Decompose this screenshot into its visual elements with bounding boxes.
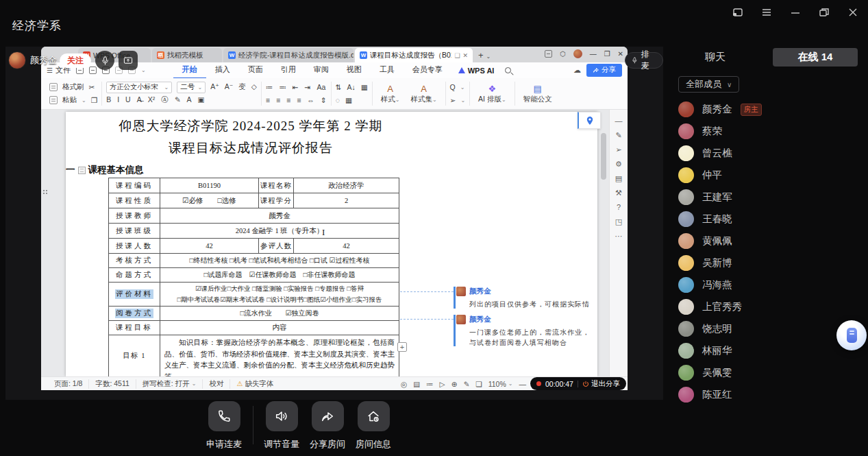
exit-share-button[interactable]: 退出分享	[582, 379, 620, 389]
number-list-icon[interactable]: ≕	[279, 83, 286, 91]
document-page[interactable]: 仰恩大学经济学院 2024-2025 学年第 2 学期 课程目标达成情况评价报告…	[66, 112, 597, 376]
tab-comment-icon[interactable]: ❑	[454, 52, 460, 59]
adjust-settings-icon[interactable]: ⚙	[615, 160, 622, 168]
distribute-icon[interactable]: ⇔	[307, 96, 314, 104]
help-icon[interactable]: ?	[617, 203, 621, 211]
member-row[interactable]: 吴佩雯	[678, 365, 762, 381]
menu-page[interactable]: 页面	[239, 62, 272, 79]
wps-restore-icon[interactable]: ❐	[604, 50, 610, 58]
member-row[interactable]: 上官秀秀	[678, 299, 762, 315]
queue-mic-button[interactable]: 排麦	[625, 52, 663, 69]
align-center-icon[interactable]: ≡	[276, 96, 280, 104]
format-painter-button[interactable]: 格式刷 ✂	[49, 81, 97, 93]
request-mic-button[interactable]: 申请连麦	[200, 401, 248, 451]
member-row[interactable]: 蔡荣	[678, 123, 762, 139]
follow-button[interactable]: 关注	[60, 53, 91, 68]
drag-handle-icon[interactable]	[42, 189, 49, 195]
comment-1[interactable]: 颜秀金 列出的项目仅供参考，可根据实际情况修改	[456, 287, 593, 310]
underline-icon[interactable]: U	[125, 95, 131, 105]
change-case-icon[interactable]: Aa	[317, 83, 325, 91]
page-view-icon[interactable]: ▤	[413, 380, 420, 388]
ai-layout-button[interactable]: ❖ AI 排版⌄	[474, 81, 510, 106]
member-row[interactable]: 陈亚红	[678, 387, 762, 403]
align-right-icon[interactable]: ≡	[286, 96, 290, 104]
member-row[interactable]: 颜秀金房主	[678, 101, 762, 117]
char-shading-icon[interactable]: ▣	[198, 95, 205, 105]
wps-minimize-icon[interactable]: —	[590, 50, 597, 58]
insert-row-button[interactable]: +	[397, 342, 407, 352]
more-icon[interactable]: ⋯	[615, 232, 623, 240]
bullet-list-icon[interactable]: ≔	[266, 83, 273, 91]
justify-icon[interactable]: ≡	[297, 96, 301, 104]
mini-mode-icon[interactable]	[732, 8, 743, 17]
comment-pin-button[interactable]	[578, 112, 601, 129]
menu-review[interactable]: 审阅	[305, 62, 338, 79]
member-filter-dropdown[interactable]: 全部成员 ∨	[678, 76, 739, 93]
table-icon[interactable]: ▦	[361, 83, 368, 91]
clear-format-icon[interactable]: ◇	[251, 82, 257, 92]
wps-tab-templates[interactable]: 稻 找稻壳模板	[152, 48, 222, 62]
menu-view[interactable]: 视图	[338, 62, 371, 79]
outdent-icon[interactable]: ⇤	[293, 83, 299, 91]
cloud-sync-icon[interactable]: ☁	[573, 66, 581, 75]
menu-icon[interactable]	[761, 8, 772, 17]
restore-icon[interactable]	[819, 8, 830, 17]
word-count[interactable]: 字数: 4511	[89, 379, 136, 389]
az-sort-icon[interactable]: A↓	[347, 83, 355, 91]
superscript-icon[interactable]: X²	[148, 95, 156, 105]
minimize-icon[interactable]	[790, 8, 801, 17]
menu-reference[interactable]: 引用	[272, 62, 305, 79]
highlight-color-icon[interactable]: ✎	[175, 95, 181, 105]
borders-icon[interactable]: ▦	[345, 96, 352, 104]
copy-icon[interactable]: ❐	[91, 96, 97, 104]
tab-list-chevron-icon[interactable]: ⌄	[486, 53, 491, 60]
bold-icon[interactable]: B	[106, 95, 111, 105]
tab-online[interactable]: 在线 14	[773, 48, 858, 67]
room-info-button[interactable]: 房间信息	[349, 401, 397, 451]
line-spacing-icon[interactable]: ⇕	[321, 96, 327, 104]
search-icon[interactable]	[505, 67, 511, 73]
paste-button[interactable]: 粘贴 ⌄ ❐	[49, 94, 97, 106]
eye-protect-icon[interactable]: ◎	[401, 380, 407, 388]
find-icon[interactable]: Q	[450, 83, 456, 91]
wps-ai-menu[interactable]: WPS AI	[458, 67, 495, 75]
comment-2[interactable]: 颜秀金 一门课多位老师上的，需流水作业，与试卷封面阅卷人填写相吻合	[456, 315, 593, 348]
member-row[interactable]: 饶志明	[678, 321, 762, 337]
select-icon[interactable]: ➢	[450, 96, 456, 104]
annotation-tools-icon[interactable]: ⚒	[615, 189, 622, 197]
edit-annotate-icon[interactable]: ✎	[463, 380, 469, 388]
spellcheck-toggle[interactable]: 拼写检查: 打开⌄	[136, 379, 203, 389]
member-row[interactable]: 曾云樵	[678, 145, 762, 161]
mic-status-button[interactable]	[95, 51, 114, 70]
collapse-icon[interactable]: —	[615, 117, 623, 125]
sort-icon[interactable]: ⇅	[336, 83, 342, 91]
member-row[interactable]: 黄佩佩	[678, 233, 762, 249]
member-row[interactable]: 冯海燕	[678, 277, 762, 293]
cut-icon[interactable]: ✂	[89, 83, 95, 91]
menu-member[interactable]: 会员专享	[404, 62, 451, 79]
integration-icon[interactable]: ⬡	[560, 50, 566, 58]
scrollbar-thumb[interactable]	[601, 133, 606, 180]
font-name-select[interactable]: 方正公文小标宋 ⌄	[106, 82, 172, 93]
text-effect-icon[interactable]: 变	[238, 82, 246, 92]
outline-collapse-icon[interactable]	[78, 167, 86, 174]
proofread-button[interactable]: 校对	[203, 379, 230, 389]
share-room-button[interactable]: 分享房间	[303, 401, 351, 451]
tab-chat[interactable]: 聊天	[677, 48, 754, 67]
menu-insert[interactable]: 插入	[206, 62, 239, 79]
font-color-icon[interactable]: A	[186, 95, 191, 105]
account-avatar[interactable]	[573, 49, 582, 58]
member-row[interactable]: 林丽华	[678, 343, 762, 359]
presenter-avatar[interactable]	[8, 51, 26, 69]
wps-tab-report-active[interactable]: W 课程目标达成度报告（B0119 ❑ ✕	[355, 48, 473, 62]
member-row[interactable]: 王春晓	[678, 211, 762, 227]
notes-icon[interactable]: ▤	[615, 174, 622, 182]
member-row[interactable]: 吴新博	[678, 255, 762, 271]
wps-share-button[interactable]: 分享	[586, 64, 622, 77]
smart-doc-button[interactable]: ▤ 智能公文	[519, 81, 556, 106]
new-tab-icon[interactable]: +	[478, 50, 484, 60]
shrink-font-icon[interactable]: A⁻	[225, 82, 234, 92]
styles-button[interactable]: A 样式⌄	[377, 81, 404, 106]
fullscreen-icon[interactable]: ❏	[475, 380, 482, 388]
menu-tools[interactable]: 工具	[371, 62, 404, 79]
